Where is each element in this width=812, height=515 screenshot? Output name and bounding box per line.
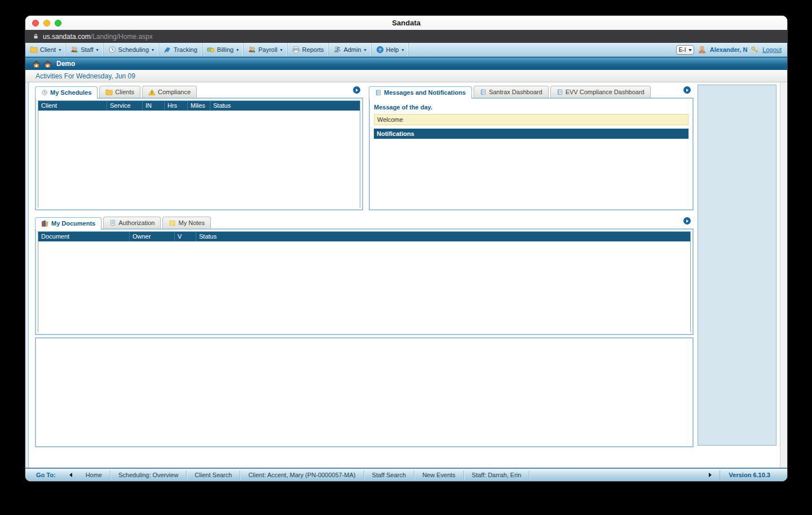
panel-expand-button[interactable] bbox=[683, 217, 691, 225]
url-path: /Landing/Home.aspx bbox=[91, 33, 153, 41]
tab-label: Santrax Dashboard bbox=[489, 89, 542, 95]
tracking-icon bbox=[164, 46, 171, 54]
menu-label: Tracking bbox=[174, 46, 197, 53]
menu-client[interactable]: Client▾ bbox=[25, 43, 66, 56]
tab-my-schedules[interactable]: My Schedules bbox=[35, 86, 98, 99]
books-icon bbox=[41, 219, 49, 227]
schedules-table: Client Service IN Hrs Miles Status bbox=[38, 100, 360, 208]
column-header: Client bbox=[38, 101, 107, 111]
minimize-window-button[interactable] bbox=[43, 20, 50, 27]
home-icon[interactable] bbox=[32, 60, 41, 68]
logged-in-user: Alexander, N bbox=[710, 46, 748, 53]
menu-label: Help bbox=[386, 46, 399, 53]
panel-expand-button[interactable] bbox=[353, 86, 360, 94]
tab-authorization[interactable]: Authorization bbox=[103, 217, 161, 228]
column-header: IN bbox=[143, 101, 165, 111]
tab-compliance[interactable]: Compliance bbox=[142, 86, 197, 98]
column-header: V bbox=[175, 232, 196, 241]
documents-panel: My Documents Authorization My Notes Docu… bbox=[35, 216, 694, 335]
menu-label: Reports bbox=[302, 46, 324, 53]
document-icon bbox=[109, 219, 116, 226]
warning-icon bbox=[148, 89, 156, 96]
tab-label: My Documents bbox=[51, 220, 95, 227]
notifications-header: Notifications bbox=[374, 129, 689, 139]
schedules-table-body bbox=[38, 111, 360, 208]
tab-messages-and-notifications[interactable]: Messages and Notifications bbox=[369, 86, 472, 99]
footer-back-arrow-icon[interactable] bbox=[69, 473, 72, 477]
goto-staff-search[interactable]: Staff Search bbox=[364, 470, 414, 479]
goto-scheduling-overview[interactable]: Scheduling: Overview bbox=[111, 470, 187, 479]
reports-icon bbox=[292, 46, 300, 54]
goto-home[interactable]: Home bbox=[78, 470, 111, 479]
right-sidebar-panel bbox=[698, 85, 776, 446]
column-header: Document bbox=[38, 232, 130, 241]
chevron-down-icon: ▾ bbox=[96, 47, 99, 52]
notepad-icon bbox=[480, 89, 487, 95]
column-header: Status bbox=[196, 232, 690, 241]
motd-message: Welcome bbox=[374, 114, 689, 125]
menu-label: Staff bbox=[81, 46, 93, 53]
menu-reports[interactable]: Reports bbox=[288, 43, 329, 56]
main-content: My Schedules Clients Compliance Client S… bbox=[25, 82, 787, 468]
menu-tracking[interactable]: Tracking bbox=[159, 43, 202, 56]
menu-label: Admin bbox=[343, 46, 361, 53]
tab-label: EVV Compliance Dashboard bbox=[566, 89, 645, 95]
svg-text:?: ? bbox=[378, 47, 381, 52]
goto-new-events[interactable]: New Events bbox=[414, 470, 464, 479]
schedules-panel: My Schedules Clients Compliance Client S… bbox=[35, 85, 363, 210]
menu-label: Scheduling bbox=[118, 46, 149, 53]
close-window-button[interactable] bbox=[32, 20, 39, 27]
help-icon: ? bbox=[376, 46, 384, 54]
tab-label: Compliance bbox=[158, 89, 191, 95]
window-title: Sandata bbox=[25, 16, 787, 30]
panel-expand-button[interactable] bbox=[683, 86, 691, 94]
vertical-scrollbar[interactable] bbox=[780, 82, 787, 468]
tab-my-documents[interactable]: My Documents bbox=[35, 217, 102, 230]
menu-label: Payroll bbox=[258, 46, 277, 53]
column-header: Hrs bbox=[165, 101, 188, 111]
documents-table: Document Owner V Status bbox=[38, 231, 691, 332]
menu-staff[interactable]: Staff▾ bbox=[66, 43, 103, 56]
empty-panel bbox=[35, 337, 694, 447]
folder-icon bbox=[30, 46, 38, 54]
user-icon bbox=[698, 45, 707, 54]
tab-clients[interactable]: Clients bbox=[99, 86, 140, 98]
chevron-down-icon: ▾ bbox=[364, 47, 367, 52]
app-menu-bar: Client▾ Staff▾ Scheduling▾ Tracking Bill… bbox=[25, 43, 787, 57]
menu-help[interactable]: ? Help▾ bbox=[372, 43, 409, 56]
url-bar[interactable]: us.sandata.com/Landing/Home.aspx bbox=[25, 30, 787, 43]
menu-scheduling[interactable]: Scheduling▾ bbox=[104, 43, 159, 56]
lock-icon bbox=[33, 33, 39, 39]
tab-label: Messages and Notifications bbox=[384, 89, 466, 96]
menu-payroll[interactable]: Payroll▾ bbox=[244, 43, 288, 56]
footer-forward-arrow-icon[interactable] bbox=[709, 473, 712, 477]
chevron-down-icon: ▾ bbox=[152, 47, 154, 52]
goto-client-search[interactable]: Client Search bbox=[187, 470, 240, 479]
notepad-icon bbox=[557, 89, 563, 95]
menu-admin[interactable]: Admin▾ bbox=[329, 43, 371, 56]
demo-banner: Demo bbox=[25, 57, 787, 70]
column-header: Status bbox=[210, 101, 360, 111]
keys-icon bbox=[751, 46, 759, 54]
payroll-icon bbox=[248, 46, 256, 54]
menu-billing[interactable]: Billing▾ bbox=[202, 43, 244, 56]
titlebar: Sandata bbox=[25, 16, 787, 30]
column-header: Miles bbox=[188, 101, 210, 111]
tab-my-notes[interactable]: My Notes bbox=[162, 217, 210, 228]
logout-link[interactable]: Logout bbox=[762, 46, 782, 53]
zoom-window-button[interactable] bbox=[55, 20, 61, 27]
tab-evv-compliance-dashboard[interactable]: EVV Compliance Dashboard bbox=[550, 86, 651, 98]
menu-label: Billing bbox=[217, 46, 233, 53]
motd-heading: Message of the day. bbox=[374, 104, 692, 111]
goto-staff-darrah-erin[interactable]: Staff: Darrah, Erin bbox=[464, 470, 530, 479]
admin-icon bbox=[333, 46, 341, 54]
home-icon[interactable] bbox=[43, 60, 52, 68]
goto-client-accent-mary[interactable]: Client: Accent, Mary (PN-0000057-MA) bbox=[240, 470, 364, 479]
tab-santrax-dashboard[interactable]: Santrax Dashboard bbox=[474, 86, 549, 98]
goto-footer: Go To: Home Scheduling: Overview Client … bbox=[25, 468, 787, 481]
account-select[interactable]: E-I bbox=[676, 45, 694, 55]
column-header: Service bbox=[107, 101, 143, 111]
folder-icon bbox=[105, 89, 113, 96]
column-header: Owner bbox=[130, 232, 175, 241]
environment-label: Demo bbox=[56, 60, 75, 68]
